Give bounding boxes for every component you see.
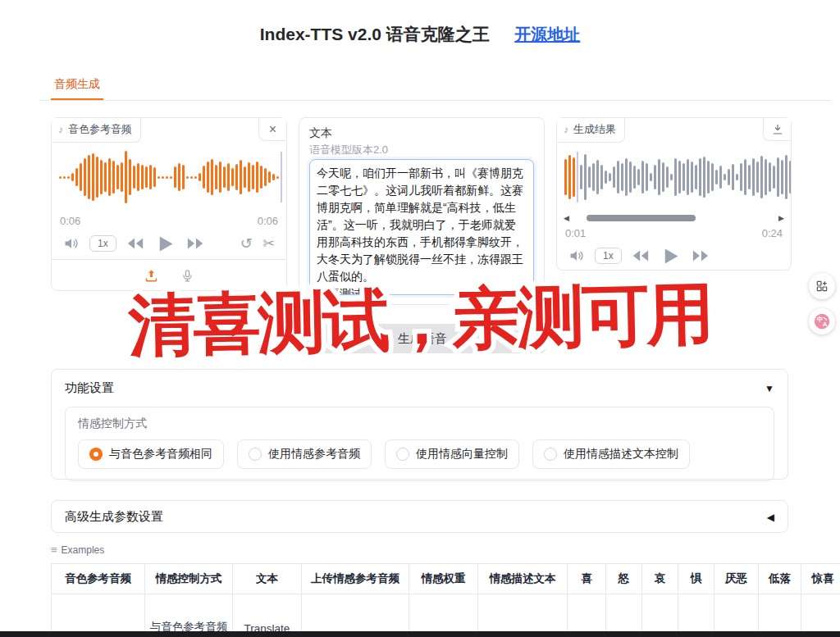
- open-source-link[interactable]: 开源地址: [514, 24, 580, 46]
- waveform-bar: [760, 156, 763, 198]
- microphone-icon[interactable]: [180, 269, 194, 283]
- text-input[interactable]: 今天呢，咱们开一部新书，叫《赛博朋克二零七七》。这词儿我听着都新鲜。这赛博朋克啊…: [309, 159, 534, 295]
- examples-label-row: ≡ Examples: [51, 544, 104, 556]
- examples-table: 音色参考音频情感控制方式文本上传情感参考音频情感权重情感描述文本喜怒哀惧厌恶低落…: [51, 563, 840, 637]
- waveform-bar: [637, 169, 640, 185]
- waveform-bar: [227, 163, 230, 191]
- close-icon: ×: [269, 122, 276, 137]
- reference-waveform[interactable]: [52, 143, 286, 212]
- waveform-bar: [641, 161, 644, 193]
- waveform-bar: [178, 163, 180, 191]
- fast-forward-icon[interactable]: [186, 234, 204, 253]
- waveform-bar: [773, 166, 775, 189]
- emotion-control-group: 情感控制方式 与音色参考音频相同使用情感参考音频使用情感向量控制使用情感描述文本…: [65, 407, 774, 481]
- waveform-bar: [654, 165, 656, 189]
- undo-trim-icon[interactable]: ↺: [240, 236, 253, 251]
- chevron-left-icon: ◀: [767, 512, 774, 523]
- waveform-bar: [707, 161, 710, 193]
- waveform-bar: [133, 166, 135, 189]
- result-audio-header: ♪ 生成结果: [557, 118, 791, 143]
- waveform-bar: [588, 166, 591, 188]
- trim-scissors-icon[interactable]: ✂: [262, 236, 275, 251]
- examples-column-header: 惊喜: [801, 564, 840, 594]
- radio-icon: [249, 448, 262, 461]
- play-icon[interactable]: [660, 245, 682, 267]
- emotion-radio-option[interactable]: 使用情感向量控制: [385, 439, 519, 469]
- waveform-bar: [748, 165, 751, 189]
- waveform-bar: [580, 165, 582, 189]
- examples-label: Examples: [62, 544, 105, 556]
- rewind-icon[interactable]: [126, 234, 144, 253]
- reference-time-total: 0:06: [258, 215, 278, 227]
- play-icon[interactable]: [154, 233, 176, 255]
- tab-audio-generation[interactable]: 音频生成: [51, 72, 103, 100]
- emotion-radio-option[interactable]: 与音色参考音频相同: [78, 439, 224, 469]
- playback-speed-button[interactable]: 1x: [89, 235, 116, 252]
- scroll-left-icon[interactable]: ◀: [564, 214, 569, 222]
- examples-column-header: 喜: [568, 564, 606, 594]
- waveform-bar: [703, 157, 705, 198]
- waveform-bar: [63, 176, 66, 179]
- waveform-bar: [223, 166, 226, 188]
- examples-column-header: 哀: [642, 564, 678, 594]
- waveform-bar: [203, 166, 205, 189]
- waveform-bar: [605, 171, 607, 184]
- waveform-bar: [235, 164, 238, 190]
- waveform-bar: [568, 155, 571, 199]
- waveform-bar: [248, 162, 250, 192]
- waveform-bar: [678, 161, 681, 193]
- waveform-bar: [592, 163, 595, 191]
- reference-time-row: 0:06 0:06: [52, 212, 286, 230]
- waveform-bar: [682, 163, 685, 191]
- generate-speech-button[interactable]: 生成语音: [299, 324, 546, 353]
- volume-icon[interactable]: [568, 248, 585, 264]
- waveform-bar: [756, 162, 759, 193]
- scroll-right-icon[interactable]: ▶: [778, 214, 784, 222]
- waveform-bar: [785, 155, 788, 199]
- waveform-bar: [75, 168, 78, 186]
- scrollbar-track[interactable]: [574, 214, 774, 222]
- main-content: ♪ 音色参考音频 × 0:06 0:06 1x: [51, 117, 792, 305]
- result-waveform[interactable]: [557, 143, 791, 212]
- waveform-bar: [781, 160, 783, 194]
- translate-button[interactable]: 中A: [809, 308, 835, 334]
- reference-controls: 1x ↺ ✂: [52, 230, 286, 257]
- examples-column-header: 情感控制方式: [145, 564, 233, 594]
- function-settings-header[interactable]: 功能设置 ▼: [52, 370, 788, 407]
- scrollbar-thumb[interactable]: [587, 215, 696, 221]
- waveform-bar: [190, 176, 193, 179]
- examples-column-header: 情感描述文本: [478, 564, 568, 594]
- emotion-radio-option[interactable]: 使用情感描述文本控制: [532, 439, 690, 469]
- result-time-current: 0:01: [565, 227, 586, 239]
- waveform-bar: [752, 158, 755, 196]
- examples-column-header: 厌恶: [714, 564, 759, 594]
- waveform-bar: [687, 159, 689, 195]
- upload-icon[interactable]: [144, 268, 159, 284]
- examples-column-header: 音色参考音频: [52, 564, 145, 594]
- clear-audio-button[interactable]: ×: [258, 118, 286, 141]
- download-icon: [771, 123, 784, 136]
- widget-menu-button[interactable]: [809, 273, 835, 299]
- reference-audio-label: 音色参考音频: [68, 122, 132, 137]
- advanced-settings-header[interactable]: 高级生成参数设置 ◀: [52, 501, 788, 533]
- playback-cursor: [281, 152, 282, 202]
- download-button[interactable]: [763, 118, 791, 141]
- volume-icon[interactable]: [63, 235, 80, 252]
- reference-audio-card: ♪ 音色参考音频 × 0:06 0:06 1x: [51, 117, 287, 291]
- waveform-bar: [240, 160, 242, 194]
- advanced-settings-title: 高级生成参数设置: [65, 509, 163, 525]
- menu-icon: ≡: [51, 544, 57, 556]
- reference-source-row: [52, 259, 286, 291]
- chevron-down-icon: ▼: [765, 383, 774, 394]
- emotion-option-label: 使用情感参考音频: [268, 447, 360, 462]
- fast-forward-icon[interactable]: [692, 247, 710, 265]
- waveform-bar: [256, 162, 258, 193]
- waveform-bar: [732, 164, 734, 190]
- emotion-radio-option[interactable]: 使用情感参考音频: [237, 439, 372, 469]
- playback-speed-button[interactable]: 1x: [595, 248, 622, 264]
- waveform-bar: [646, 163, 648, 191]
- waveform-bar: [670, 174, 673, 180]
- waveform-bar: [174, 166, 176, 188]
- rewind-icon[interactable]: [632, 247, 650, 265]
- emotion-option-label: 与音色参考音频相同: [109, 447, 212, 462]
